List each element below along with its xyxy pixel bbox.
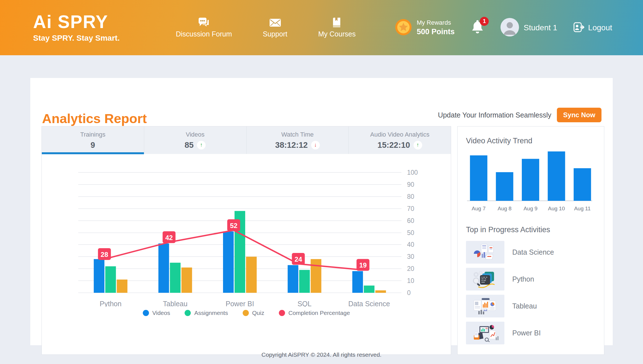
- stats-tabs: Trainings9Videos85↑Watch Time38:12:12↓Au…: [42, 126, 451, 154]
- activity-list: Data SciencePythonTableauPower BI: [466, 241, 596, 344]
- trend-up-icon: ↑: [197, 141, 206, 149]
- app-header: Ai SPRY Stay SPRY. Stay Smart. Discussio…: [0, 0, 643, 55]
- data-science-illustration: [466, 241, 504, 264]
- svg-text:90: 90: [407, 181, 414, 188]
- nav-label: My Courses: [318, 30, 355, 38]
- svg-text:40: 40: [407, 241, 414, 248]
- chart-panel: Trainings9Videos85↑Watch Time38:12:12↓Au…: [42, 126, 451, 355]
- book-icon: [332, 17, 342, 28]
- svg-text:50: 50: [407, 229, 414, 236]
- tab-label: Trainings: [80, 131, 105, 138]
- tableau-illustration: [466, 295, 504, 317]
- svg-text:Aug 7: Aug 7: [472, 206, 486, 211]
- legend-item-quiz: Quiz: [243, 310, 264, 316]
- copyright-text: Copyright AiSPRY © 2024. All rights rese…: [261, 351, 382, 358]
- python-illustration: [466, 268, 504, 291]
- tab-label: Watch Time: [281, 131, 314, 138]
- svg-text:42: 42: [165, 234, 173, 241]
- header-right: My Rewards 500 Points 1 Student 1 Logout: [395, 18, 612, 38]
- tab-videos[interactable]: Videos85↑: [144, 126, 247, 154]
- user-menu[interactable]: Student 1: [500, 18, 557, 38]
- legend-label: Assignments: [194, 310, 228, 316]
- svg-text:100: 100: [407, 169, 418, 176]
- svg-text:Data Science: Data Science: [348, 300, 390, 307]
- tab-watch-time[interactable]: Watch Time38:12:12↓: [247, 126, 349, 154]
- legend-item-assignments: Assignments: [185, 310, 228, 316]
- activity-label: Python: [512, 275, 534, 283]
- legend-dot-icon: [185, 310, 191, 316]
- user-name: Student 1: [523, 23, 557, 32]
- legend-dot-icon: [243, 310, 249, 316]
- main-nav: Discussion Forum Support My Courses: [176, 17, 356, 38]
- svg-text:80: 80: [407, 193, 414, 200]
- svg-text:Power BI: Power BI: [226, 300, 254, 307]
- legend-item-completion-percentage: Completion Percentage: [279, 310, 350, 316]
- activity-label: Tableau: [512, 302, 537, 310]
- rewards-label: My Rewards: [417, 19, 454, 26]
- tab-value: 38:12:12↓: [275, 140, 320, 150]
- svg-text:Aug 10: Aug 10: [548, 206, 565, 211]
- notifications-button[interactable]: 1: [471, 20, 484, 36]
- svg-text:Aug 8: Aug 8: [498, 206, 512, 211]
- tab-audio-video-analytics[interactable]: Audio Video Analytics15:22:10↑: [349, 126, 451, 154]
- trend-up-icon: ↑: [414, 141, 422, 149]
- svg-text:Python: Python: [100, 300, 121, 307]
- svg-text:70: 70: [407, 205, 414, 212]
- tab-trainings[interactable]: Trainings9: [42, 126, 144, 154]
- nav-discussion-forum[interactable]: Discussion Forum: [176, 17, 232, 38]
- svg-text:24: 24: [295, 255, 302, 263]
- sync-row: Update Your Information Seamlessly Sync …: [438, 108, 601, 126]
- tab-value: 9: [91, 140, 95, 150]
- analytics-card: Analytics Report Update Your Information…: [30, 78, 613, 345]
- logout-icon: [573, 22, 585, 33]
- svg-text:Aug 9: Aug 9: [523, 206, 538, 211]
- tab-label: Audio Video Analytics: [370, 131, 430, 138]
- activity-item-python[interactable]: Python: [466, 268, 596, 291]
- sync-prompt: Update Your Information Seamlessly: [438, 111, 551, 119]
- content-row: Trainings9Videos85↑Watch Time38:12:12↓Au…: [42, 126, 601, 355]
- activity-item-power-bi[interactable]: Power BI: [466, 322, 596, 344]
- legend-label: Videos: [152, 310, 170, 316]
- activity-item-tableau[interactable]: Tableau: [466, 295, 596, 317]
- top-activities: Top in Progress Activities Data ScienceP…: [466, 225, 596, 344]
- chat-icon: [198, 17, 210, 28]
- aispry-logo: Ai SPRY Stay SPRY. Stay Smart.: [33, 13, 120, 43]
- medal-icon: [395, 19, 412, 37]
- activity-item-data-science[interactable]: Data Science: [466, 241, 596, 264]
- legend-item-videos: Videos: [143, 310, 170, 316]
- nav-label: Discussion Forum: [176, 30, 232, 38]
- svg-text:19: 19: [359, 261, 367, 269]
- logout-button[interactable]: Logout: [573, 22, 612, 33]
- nav-my-courses[interactable]: My Courses: [318, 17, 355, 38]
- tab-label: Videos: [186, 131, 205, 138]
- activity-label: Power BI: [512, 329, 541, 337]
- legend-dot-icon: [279, 310, 285, 316]
- power-bi-illustration: [466, 322, 504, 344]
- sync-now-button[interactable]: Sync Now: [557, 108, 601, 122]
- svg-text:20: 20: [407, 265, 414, 272]
- legend-dot-icon: [143, 310, 149, 316]
- nav-support[interactable]: Support: [263, 17, 288, 38]
- svg-text:Tableau: Tableau: [163, 300, 188, 307]
- page-title: Analytics Report: [42, 111, 147, 126]
- legend-label: Quiz: [252, 310, 264, 316]
- notification-badge: 1: [480, 17, 489, 26]
- avatar: [500, 18, 519, 38]
- video-activity-mini-chart: Aug 7Aug 8Aug 9Aug 10Aug 11: [466, 145, 596, 215]
- tab-value: 15:22:10↑: [378, 140, 422, 150]
- svg-text:10: 10: [407, 277, 414, 284]
- trend-down-icon: ↓: [311, 141, 320, 149]
- svg-text:52: 52: [230, 222, 238, 229]
- rewards-widget[interactable]: My Rewards 500 Points: [395, 19, 454, 37]
- mail-icon: [269, 17, 281, 28]
- svg-text:28: 28: [101, 251, 108, 258]
- activities-title: Top in Progress Activities: [466, 225, 596, 234]
- side-panel: Video Activity Trend Aug 7Aug 8Aug 9Aug …: [457, 126, 604, 355]
- rewards-points: 500 Points: [417, 27, 454, 36]
- logo-title: Ai SPRY: [33, 13, 120, 31]
- grouped-bar-line-chart: 0102030405060708090100PythonTableauPower…: [42, 154, 451, 307]
- svg-text:30: 30: [407, 253, 414, 260]
- svg-text:Aug 11: Aug 11: [574, 206, 591, 211]
- svg-text:0: 0: [407, 289, 411, 296]
- logout-label: Logout: [588, 23, 612, 32]
